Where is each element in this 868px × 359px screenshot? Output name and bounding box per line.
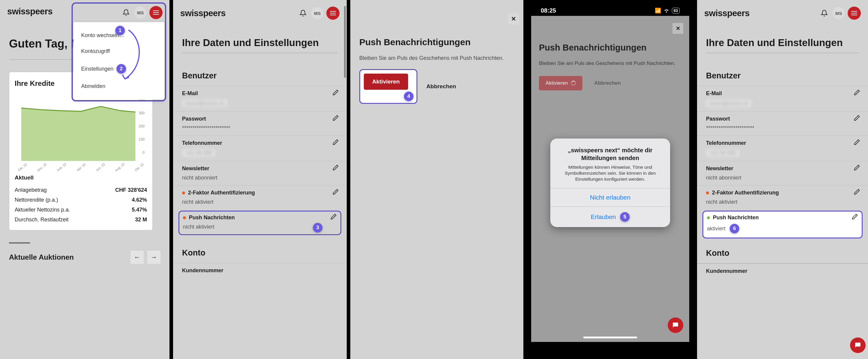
menu-button[interactable] [327, 7, 340, 20]
edit-icon[interactable] [332, 164, 339, 171]
field-email: E-Mail xxxxx@xxxxx.xx [173, 86, 347, 111]
auctions-title: Aktuelle Auktionen [9, 253, 74, 261]
field-2fa: 2-Faktor Authentifizierung nicht aktivie… [173, 185, 347, 209]
screen-4-native-prompt: 08:25 📶 93 ✕ Push Benachrichtigungen Ble… [527, 0, 697, 359]
field-phone: Telefonnummer +41 00 000 [173, 135, 347, 161]
menu-logout[interactable]: Abmelden [73, 78, 164, 94]
screen-1-dashboard: swisspeers Guten Tag, Ma Ihre Kredite tC… [0, 0, 173, 359]
bell-icon[interactable] [298, 8, 308, 19]
edit-icon[interactable] [854, 189, 860, 195]
status-dot-inactive-icon [182, 192, 185, 194]
cancel-button[interactable]: Abbrechen [594, 80, 621, 86]
account-dropdown: MS Konto wechseln… Kontozugriff Einstell… [71, 2, 166, 101]
close-button[interactable]: ✕ [508, 13, 519, 25]
section-account: Konto [173, 236, 347, 263]
menu-settings[interactable]: Einstellungen 2 [73, 59, 164, 78]
ios-permission-alert: „swisspeers next“ möchte dir Mitteilunge… [550, 138, 670, 227]
field-newsletter: Newsletter nicht abonniert [697, 161, 868, 185]
page-title: Ihre Daten und Einstellungen [173, 23, 347, 53]
edit-icon[interactable] [332, 115, 339, 121]
stats-block: Aktuell AnlagebetragCHF 328'624 Nettoren… [15, 174, 147, 225]
step-badge-5: 5 [620, 212, 630, 222]
step-badge-6: 6 [730, 224, 739, 233]
activate-highlight: Aktivieren 4 [359, 69, 417, 104]
close-button[interactable]: ✕ [673, 23, 683, 34]
step-badge-2: 2 [117, 64, 126, 74]
spinner-icon [571, 81, 576, 86]
field-email: E-Mail xxxxx@xxxxx.xx [697, 86, 868, 111]
field-newsletter: Newsletter nicht abonniert [173, 161, 347, 185]
field-push-highlight[interactable]: Push Nachrichten aktiviert 6 [703, 210, 863, 238]
signal-icon: 📶 [655, 7, 661, 14]
menu-button[interactable] [149, 6, 163, 19]
field-customer-number: Kundennummer [173, 263, 347, 278]
step-badge-4: 4 [404, 92, 413, 101]
status-dot-inactive-icon [706, 192, 709, 194]
alert-body: Mitteilungen können Hinweise, Töne und S… [557, 164, 663, 182]
edit-icon[interactable] [854, 139, 860, 145]
pager-next[interactable]: → [147, 251, 160, 264]
field-password: Passwort *********************** [697, 111, 868, 135]
email-value: xxxxx@xxxxx.xx [182, 100, 227, 107]
activate-button[interactable]: Aktivieren [364, 74, 408, 90]
credits-chart: tCHF 400 300 200 100 0 Okt. 22 Dez. 22 F… [15, 94, 147, 165]
bell-icon[interactable] [121, 7, 131, 18]
field-push-highlight[interactable]: Push Nachrichten nicht aktiviert 3 [179, 210, 341, 235]
step-badge-3: 3 [313, 223, 322, 232]
menu-button[interactable] [848, 7, 861, 20]
edit-icon[interactable] [332, 139, 339, 145]
scrollbar[interactable] [344, 6, 346, 78]
modal-body-text: Bleiben Sie am Puls des Geschehens mit P… [531, 60, 689, 67]
modal-body-text: Bleiben Sie am Puls des Geschehens mit P… [359, 55, 515, 62]
chat-fab[interactable] [668, 318, 683, 333]
menu-account-access[interactable]: Kontozugriff [73, 43, 164, 59]
logo: swisspeers [7, 7, 53, 17]
pager-prev[interactable]: ← [130, 251, 144, 264]
activate-button-loading: Aktivieren [539, 76, 582, 90]
edit-icon[interactable] [854, 115, 860, 121]
edit-icon[interactable] [854, 164, 860, 171]
field-phone: Telefonnummer +41 00 000 [697, 135, 868, 161]
deny-button[interactable]: Nicht erlauben [550, 188, 670, 206]
mini-divider [9, 242, 30, 243]
logo: swisspeers [704, 8, 749, 18]
alert-title: „swisspeers next“ möchte dir Mitteilunge… [557, 146, 663, 162]
stats-title: Aktuell [15, 174, 147, 181]
avatar[interactable]: MS [833, 7, 845, 19]
modal-title: Push Benachrichtigungen [359, 37, 515, 47]
chart-svg [15, 94, 147, 165]
status-time: 08:25 [541, 7, 556, 14]
home-indicator[interactable] [583, 336, 637, 338]
section-account: Konto [697, 240, 868, 263]
status-dot-inactive-icon [183, 216, 186, 219]
bell-icon[interactable] [819, 8, 830, 19]
avatar[interactable]: MS [311, 7, 323, 19]
edit-icon[interactable] [851, 213, 858, 220]
edit-icon[interactable] [332, 189, 339, 195]
section-user: Benutzer [697, 71, 868, 86]
screen-2-settings: swisspeers MS Ihre Daten und Einstellung… [173, 0, 350, 359]
email-value: xxxxx@xxxxx.xx [706, 100, 751, 107]
allow-button[interactable]: Erlauben 5 [550, 206, 670, 227]
status-dot-active-icon [707, 216, 710, 219]
screen-5-settings-activated: swisspeers MS Ihre Daten und Einstellung… [697, 0, 868, 359]
battery-icon: 93 [672, 8, 680, 13]
wifi-icon [663, 8, 670, 13]
logo: swisspeers [180, 8, 225, 18]
field-customer-number: Kundennummer [697, 263, 868, 279]
step-badge-1: 1 [115, 26, 125, 35]
phone-value: +41 00 000 [182, 149, 215, 157]
page-title: Ihre Daten und Einstellungen [697, 23, 868, 53]
chat-fab[interactable] [850, 337, 866, 353]
field-password: Passwort *********************** [173, 111, 347, 135]
edit-icon[interactable] [854, 89, 860, 96]
edit-icon[interactable] [330, 213, 337, 220]
screen-3-push-modal: ✕ Push Benachrichtigungen Bleiben Sie am… [350, 0, 527, 359]
section-user: Benutzer [173, 71, 347, 86]
svg-marker-0 [21, 106, 135, 161]
cancel-button[interactable]: Abbrechen [426, 83, 456, 90]
edit-icon[interactable] [332, 89, 339, 96]
avatar[interactable]: MS [134, 7, 147, 19]
modal-title: Push Benachrichtigungen [531, 25, 689, 60]
phone-value: +41 00 000 [706, 149, 739, 157]
